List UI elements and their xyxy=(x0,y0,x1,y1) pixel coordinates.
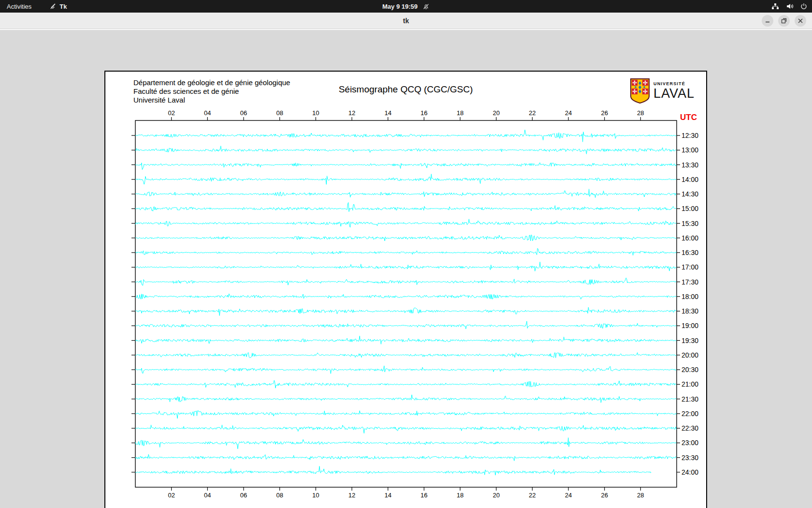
seismogram-trace xyxy=(135,395,676,403)
x-tick-label-top: 18 xyxy=(457,109,464,117)
utc-time-label: 21:00 xyxy=(682,380,698,388)
x-tick-label-top: 16 xyxy=(420,109,427,117)
seismogram-trace xyxy=(135,219,676,227)
x-tick-label-top: 02 xyxy=(168,109,174,117)
utc-time-label: 14:00 xyxy=(682,176,698,183)
utc-time-label: 19:30 xyxy=(682,337,698,344)
utc-time-label: 16:30 xyxy=(682,249,698,256)
x-tick-label-bottom: 28 xyxy=(637,492,644,499)
utc-time-label: 20:00 xyxy=(682,351,698,359)
x-tick-label-bottom: 24 xyxy=(565,492,572,499)
x-tick-label-top: 10 xyxy=(312,109,319,117)
x-tick-label-bottom: 06 xyxy=(240,492,247,499)
seismogram-trace xyxy=(135,438,676,449)
seismogram-trace xyxy=(135,307,676,315)
utc-time-label: 12:30 xyxy=(682,132,698,139)
x-tick-label-bottom: 12 xyxy=(348,492,355,499)
seismogram-trace xyxy=(135,454,676,461)
utc-time-label: 22:30 xyxy=(682,424,698,432)
seismogram-trace xyxy=(135,425,676,433)
x-tick-label-bottom: 26 xyxy=(601,492,608,499)
utc-time-label: 23:30 xyxy=(682,454,698,462)
utc-time-label: 24:00 xyxy=(682,468,698,476)
utc-time-label: 15:00 xyxy=(682,205,698,212)
x-tick-label-top: 06 xyxy=(240,109,247,117)
x-tick-label-bottom: 18 xyxy=(457,492,464,499)
x-tick-label-top: 26 xyxy=(601,109,608,117)
seismogram-trace xyxy=(135,353,676,358)
x-tick-label-bottom: 10 xyxy=(312,492,319,499)
network-wired-icon[interactable] xyxy=(771,3,779,10)
plot-frame xyxy=(135,120,677,487)
utc-time-label: 23:00 xyxy=(682,439,698,447)
tk-window-background: Département de géologie et de génie géol… xyxy=(0,29,812,508)
seismogram-trace xyxy=(135,174,676,185)
notifications-disabled-icon xyxy=(422,3,430,10)
seismogram-trace xyxy=(135,163,676,169)
x-tick-label-top: 24 xyxy=(565,109,572,117)
seismogram-trace xyxy=(135,203,676,212)
clock-label[interactable]: May 9 19:59 xyxy=(382,3,418,10)
x-tick-label-top: 14 xyxy=(384,109,391,117)
utc-time-label: 13:00 xyxy=(682,146,698,154)
x-tick-label-bottom: 14 xyxy=(384,492,391,499)
seismogram-trace xyxy=(135,278,676,285)
window-titlebar[interactable]: tk xyxy=(0,13,812,29)
utc-time-label: 18:30 xyxy=(682,307,698,315)
x-tick-label-bottom: 16 xyxy=(420,492,427,499)
x-tick-label-top: 04 xyxy=(204,109,211,117)
utc-time-label: 18:00 xyxy=(682,293,698,300)
x-tick-label-top: 08 xyxy=(276,109,283,117)
x-tick-label-bottom: 22 xyxy=(529,492,536,499)
utc-time-label: 17:30 xyxy=(682,278,698,286)
seismogram-trace xyxy=(135,248,676,255)
volume-icon[interactable] xyxy=(786,3,794,10)
window-title: tk xyxy=(0,13,812,29)
seismogram-trace xyxy=(135,336,676,344)
seismogram-trace xyxy=(135,294,676,299)
x-tick-label-top: 28 xyxy=(637,109,644,117)
close-button[interactable] xyxy=(795,15,806,27)
seismograph-canvas: Département de géologie et de génie géol… xyxy=(104,71,707,508)
utc-time-label: 15:30 xyxy=(682,220,698,227)
seismogram-trace xyxy=(135,380,676,388)
utc-time-label: 22:00 xyxy=(682,410,698,418)
seismogram-trace xyxy=(135,321,676,329)
x-tick-label-bottom: 20 xyxy=(493,492,499,499)
x-tick-label-top: 22 xyxy=(529,109,536,117)
x-tick-label-top: 12 xyxy=(348,109,355,117)
seismogram-trace xyxy=(135,411,676,418)
utc-time-label: 20:30 xyxy=(682,366,698,374)
utc-time-label: 19:00 xyxy=(682,322,698,329)
utc-time-label: 14:30 xyxy=(682,190,698,198)
seismogram-trace xyxy=(135,146,676,154)
seismogram-trace xyxy=(135,189,676,198)
utc-time-label: 13:30 xyxy=(682,161,698,169)
seismogram-trace xyxy=(135,235,676,241)
utc-time-label: 17:00 xyxy=(682,263,698,271)
power-icon[interactable] xyxy=(800,3,807,10)
minimize-button[interactable] xyxy=(762,15,773,27)
seismogram-trace xyxy=(135,366,676,374)
x-tick-label-bottom: 04 xyxy=(204,492,211,499)
seismogram-plot: 0202040406060808101012121414161618182020… xyxy=(105,72,706,508)
x-tick-label-bottom: 08 xyxy=(276,492,283,499)
utc-time-label: 16:00 xyxy=(682,234,698,242)
seismogram-trace xyxy=(135,262,676,271)
seismogram-trace xyxy=(135,130,676,142)
x-tick-label-top: 20 xyxy=(493,109,499,117)
gnome-top-bar: Activities Tk May 9 19:59 xyxy=(0,0,812,13)
maximize-button[interactable] xyxy=(778,15,790,27)
x-tick-label-bottom: 02 xyxy=(168,492,174,499)
seismogram-trace xyxy=(135,466,651,476)
utc-time-label: 21:30 xyxy=(682,395,698,403)
